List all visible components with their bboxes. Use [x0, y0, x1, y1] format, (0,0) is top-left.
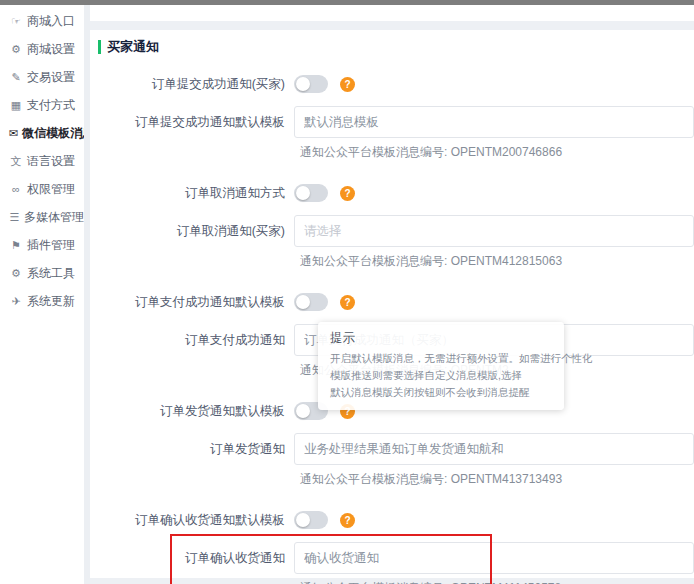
toggle-switch[interactable]: [294, 75, 328, 93]
tooltip-line: 默认消息模版关闭按钮则不会收到消息提醒: [330, 384, 552, 401]
input-row: 订单取消通知(买家) 通知公众平台模板消息编号: OPENTM412815063: [90, 215, 694, 270]
payment-method-icon: ▦: [9, 99, 23, 112]
toggle-switch[interactable]: [294, 511, 328, 529]
top-divider-bar: [0, 0, 694, 5]
toggle-knob: [296, 295, 310, 309]
sidebar-item-trade-settings[interactable]: ✎ 交易设置: [0, 63, 84, 91]
sidebar-item-payment-method[interactable]: ▦ 支付方式: [0, 91, 84, 119]
field-label: 订单提交成功通知默认模板: [90, 106, 294, 161]
field-label: 订单发货通知默认模板: [90, 401, 294, 421]
field-label: 订单支付成功通知默认模板: [90, 292, 294, 312]
field-label: 订单发货通知: [90, 433, 294, 488]
template-code-text: 通知公众平台模板消息编号: OPENTM413713493: [294, 471, 694, 488]
input-row: 订单发货通知 通知公众平台模板消息编号: OPENTM413713493: [90, 433, 694, 488]
input-row: 订单支付成功通知 通知公众平台模板消息编号: OPENTM2 提示 开启默认模版…: [90, 324, 694, 379]
sidebar-item-label: 权限管理: [27, 181, 75, 198]
field-label: 订单提交成功通知(买家): [90, 74, 294, 94]
field-label: 订单确认收货通知默认模板: [90, 510, 294, 530]
template-input[interactable]: [294, 106, 694, 138]
tooltip-body: 开启默认模版消息，无需进行额外设置。如需进行个性化模版推送则需要选择自定义消息模…: [330, 350, 552, 401]
sidebar-item-label: 商城设置: [27, 41, 75, 58]
sidebar-item-label: 插件管理: [27, 237, 75, 254]
toggle-row: 订单取消通知方式 ?: [90, 183, 694, 203]
tooltip-line: 开启默认模版消息，无需进行额外设置。如需进行个性化: [330, 350, 552, 367]
section-title-text: 买家通知: [107, 38, 159, 56]
mall-settings-icon: ⚙: [9, 43, 23, 56]
sidebar-item-mall-settings[interactable]: ⚙ 商城设置: [0, 35, 84, 63]
toggle-switch[interactable]: [294, 184, 328, 202]
template-code-text: 通知公众平台模板消息编号: OPENTM200746866: [294, 144, 694, 161]
sidebar-item-label: 支付方式: [27, 97, 75, 114]
content-area: 买家通知 订单提交成功通知(买家) ? 订单提交成功通知默认模板 通知公众平台模…: [90, 5, 694, 584]
field-label: 订单支付成功通知: [90, 324, 294, 379]
plugin-manage-icon: ⚑: [9, 239, 23, 252]
toggle-switch[interactable]: [294, 293, 328, 311]
input-row: 订单提交成功通知默认模板 通知公众平台模板消息编号: OPENTM2007468…: [90, 106, 694, 161]
template-input[interactable]: [294, 542, 694, 574]
system-tools-icon: ⚙: [9, 267, 23, 280]
toggle-row: 订单确认收货通知默认模板 ?: [90, 510, 694, 530]
permission-icon: ∞: [9, 183, 23, 195]
tooltip-title: 提示: [330, 330, 552, 347]
field-label: 订单取消通知(买家): [90, 215, 294, 270]
sidebar: ☞ 商城入口 ⚙ 商城设置 ✎ 交易设置 ▦ 支付方式 ✉ 微信模板消息 文 语…: [0, 5, 84, 584]
trade-settings-icon: ✎: [9, 71, 23, 84]
mall-entry-icon: ☞: [9, 15, 23, 28]
sidebar-item-language-settings[interactable]: 文 语言设置: [0, 147, 84, 175]
content-header-band: [90, 5, 694, 21]
tooltip-line: 模版推送则需要选择自定义消息模版,选择: [330, 367, 552, 384]
system-update-icon: ✈: [9, 295, 23, 308]
sidebar-item-label: 系统工具: [27, 265, 75, 282]
toggle-row: 订单支付成功通知默认模板 ?: [90, 292, 694, 312]
section-accent-bar: [98, 40, 101, 54]
template-input[interactable]: [294, 215, 694, 247]
toggle-knob: [296, 404, 310, 418]
sidebar-item-label: 多媒体管理: [24, 209, 84, 226]
help-question-icon[interactable]: ?: [340, 77, 355, 92]
field-label: 订单确认收货通知: [90, 542, 294, 584]
toggle-knob: [296, 77, 310, 91]
template-code-text: 通知公众平台模板消息编号: OPENTM411450578: [294, 580, 694, 584]
toggle-row: 订单提交成功通知(买家) ?: [90, 74, 694, 94]
sidebar-item-plugin-manage[interactable]: ⚑ 插件管理: [0, 231, 84, 259]
help-question-icon[interactable]: ?: [340, 186, 355, 201]
section-title: 买家通知: [90, 30, 694, 66]
sidebar-item-media-manage[interactable]: ☰ 多媒体管理: [0, 203, 84, 231]
field-label: 订单取消通知方式: [90, 183, 294, 203]
media-manage-icon: ☰: [9, 211, 20, 224]
sidebar-item-mall-entry[interactable]: ☞ 商城入口: [0, 7, 84, 35]
buyer-notify-form: 订单提交成功通知(买家) ? 订单提交成功通知默认模板 通知公众平台模板消息编号…: [90, 66, 694, 584]
sidebar-item-system-update[interactable]: ✈ 系统更新: [0, 287, 84, 315]
sidebar-item-label: 交易设置: [27, 69, 75, 86]
sidebar-item-system-tools[interactable]: ⚙ 系统工具: [0, 259, 84, 287]
template-code-text: 通知公众平台模板消息编号: OPENTM412815063: [294, 253, 694, 270]
template-input[interactable]: [294, 433, 694, 465]
settings-card: 买家通知 订单提交成功通知(买家) ? 订单提交成功通知默认模板 通知公众平台模…: [90, 30, 694, 578]
language-settings-icon: 文: [9, 154, 23, 169]
sidebar-item-label: 语言设置: [27, 153, 75, 170]
toggle-knob: [296, 513, 310, 527]
help-question-icon[interactable]: ?: [340, 513, 355, 528]
toggle-knob: [296, 186, 310, 200]
sidebar-item-wechat-template[interactable]: ✉ 微信模板消息: [0, 119, 84, 147]
wechat-template-icon: ✉: [9, 127, 18, 140]
sidebar-item-label: 系统更新: [27, 293, 75, 310]
sidebar-item-permission[interactable]: ∞ 权限管理: [0, 175, 84, 203]
input-row: 订单确认收货通知 通知公众平台模板消息编号: OPENTM411450578: [90, 542, 694, 584]
hint-tooltip: 提示 开启默认模版消息，无需进行额外设置。如需进行个性化模版推送则需要选择自定义…: [318, 322, 564, 410]
help-question-icon[interactable]: ?: [340, 295, 355, 310]
sidebar-item-label: 商城入口: [27, 13, 75, 30]
